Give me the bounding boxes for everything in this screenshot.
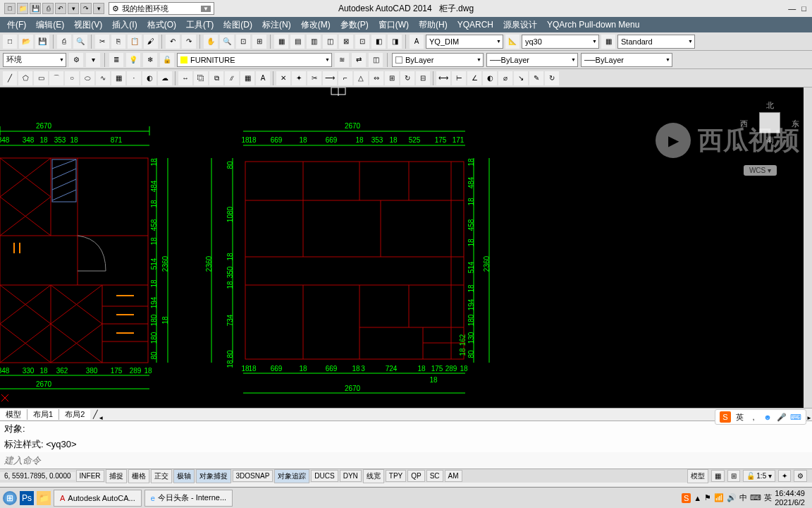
status-sc[interactable]: SC [426,470,443,482]
tool-4-icon[interactable]: ◫ [323,35,337,49]
tool-6-icon[interactable]: ⊡ [355,35,369,49]
linetype-dropdown[interactable]: ── ByLayer [486,53,578,67]
dim-dia-icon[interactable]: ⌀ [498,71,512,85]
status-snap[interactable]: 捕捉 [106,469,127,483]
menu-modify[interactable]: 修改(M) [297,18,335,32]
copy-obj-icon[interactable]: ⿻ [194,71,208,85]
revcloud-icon[interactable]: ☁ [158,71,172,85]
menu-view[interactable]: 视图(V) [70,18,106,32]
dim-lin-icon[interactable]: ⟷ [436,71,450,85]
print-icon[interactable]: ⎙ [42,3,54,14]
rotate-icon[interactable]: ↻ [400,71,414,85]
hatch-icon[interactable]: ▦ [111,71,125,85]
status-3dosnap[interactable]: 3DOSNAP [233,470,273,482]
maximize-button[interactable]: □ [801,4,806,13]
tool-7-icon[interactable]: ◧ [371,35,386,49]
table-style-dropdown[interactable]: Standard [617,35,695,49]
menu-yqarch[interactable]: YQARCH [453,18,498,31]
text-style-dropdown[interactable]: YQ_DIM [426,35,503,49]
lineweight-dropdown[interactable]: ── ByLayer [581,53,672,67]
dim-style-icon[interactable]: 📐 [505,35,519,49]
tab-layout1[interactable]: 布局1 [27,409,59,420]
layer-dropdown[interactable]: FURNITURE [177,53,332,67]
circle-icon[interactable]: ○ [65,71,79,85]
menu-insert[interactable]: 插入(I) [108,18,141,32]
tray-up-icon[interactable]: ▲ [694,494,701,502]
tool-5-icon[interactable]: ⊠ [339,35,353,49]
menu-param[interactable]: 参数(P) [336,18,373,32]
start-button[interactable]: ⊞ [3,491,17,505]
leader-icon[interactable]: ↘ [514,71,528,85]
layer-iso-icon[interactable]: ◫ [369,53,383,67]
rect-icon[interactable]: ▭ [34,71,48,85]
ime-kb-icon[interactable]: ⌨ [790,411,801,423]
layer-freeze-icon[interactable]: ❄ [143,53,157,67]
save-file-icon[interactable]: 💾 [35,35,49,49]
zoom-icon[interactable]: 🔍 [220,35,234,49]
offset-icon[interactable]: ⫽ [225,71,239,85]
chamfer-icon[interactable]: △ [354,71,368,85]
tool-1-icon[interactable]: ▦ [274,35,288,49]
text-style-icon[interactable]: A [410,35,424,49]
spline-icon[interactable]: ∿ [96,71,110,85]
move-icon[interactable]: ↔ [178,71,192,85]
dim-style-dropdown[interactable]: yq30 [522,35,599,49]
layer-tool-2-icon[interactable]: ▾ [86,53,100,67]
taskbar-ie[interactable]: e 今日头条 - Interne... [144,490,233,507]
dim-ang-icon[interactable]: ∠ [467,71,481,85]
layer-on-icon[interactable]: 💡 [126,53,140,67]
tray-ime-1[interactable]: 中 [739,492,747,503]
paste-icon[interactable]: 📋 [128,35,142,49]
ime-comma-icon[interactable]: , [748,411,759,423]
ime-toolbar[interactable]: S 英 , ☻ 🎤 ⌨ [715,409,806,425]
align-icon[interactable]: ⊟ [416,71,430,85]
arc-icon[interactable]: ⌒ [49,71,63,85]
tray-ime-2[interactable]: ⌨ [750,493,761,502]
polygon-icon[interactable]: ⬠ [18,71,32,85]
status-grid-icon-2[interactable]: ⊞ [727,470,740,482]
ime-mic-icon[interactable]: 🎤 [776,411,787,423]
status-gear-icon[interactable]: ⚙ [794,470,807,482]
tab-model[interactable]: 模型 [0,409,27,420]
status-qp[interactable]: QP [407,470,424,482]
layer-match-icon[interactable]: ≋ [335,53,349,67]
taskbar-explorer-icon[interactable]: 📁 [37,491,51,505]
vertical-scrollbar[interactable] [804,87,812,408]
tray-clock[interactable]: 16:44:492021/6/2 [775,489,805,506]
status-otrack[interactable]: 对象追踪 [274,469,309,483]
redo-btn-icon[interactable]: ↷ [182,35,196,49]
layer-tool-1-icon[interactable]: ⚙ [69,53,83,67]
copy-icon[interactable]: ⎘ [111,35,125,49]
status-am[interactable]: AM [445,470,462,482]
preview-icon[interactable]: 🔍 [73,35,87,49]
tray-vol-icon[interactable]: 🔊 [727,493,737,502]
dim-upd-icon[interactable]: ↻ [545,71,559,85]
status-grid-icon[interactable]: ▦ [711,470,725,482]
undo-dd-icon[interactable]: ▾ [68,3,79,14]
extend-icon[interactable]: ⟶ [323,71,337,85]
menu-window[interactable]: 窗口(W) [374,18,413,32]
array-icon[interactable]: ▦ [240,71,254,85]
ellipse-icon[interactable]: ⬭ [80,71,94,85]
ime-s-icon[interactable]: S [720,411,731,423]
status-dyn[interactable]: DYN [340,470,362,482]
undo-btn-icon[interactable]: ↶ [166,35,180,49]
dim-edit-icon[interactable]: ✎ [529,71,543,85]
plot-icon[interactable]: ⎙ [57,35,71,49]
dim-cont-icon[interactable]: ⊢ [452,71,466,85]
status-grid[interactable]: 栅格 [128,469,149,483]
tray-flag-icon[interactable]: ⚑ [704,493,711,502]
stretch-icon[interactable]: ⇔ [369,71,383,85]
status-scale[interactable]: 🔓 1:5 ▾ [743,470,775,482]
line-icon[interactable]: ╱ [3,71,17,85]
mirror-icon[interactable]: ⧉ [209,71,223,85]
cut-icon[interactable]: ✂ [95,35,109,49]
match-icon[interactable]: 🖌 [144,35,158,49]
status-model[interactable]: 模型 [687,469,708,483]
menu-file[interactable]: 件(F) [3,18,30,32]
menu-yq-design[interactable]: 源泉设计 [499,18,541,32]
layer-props-icon[interactable]: ≣ [109,53,123,67]
env-dropdown[interactable]: 环境 [3,53,66,67]
trim-icon[interactable]: ✂ [307,71,321,85]
open-file-icon[interactable]: 📂 [19,35,33,49]
